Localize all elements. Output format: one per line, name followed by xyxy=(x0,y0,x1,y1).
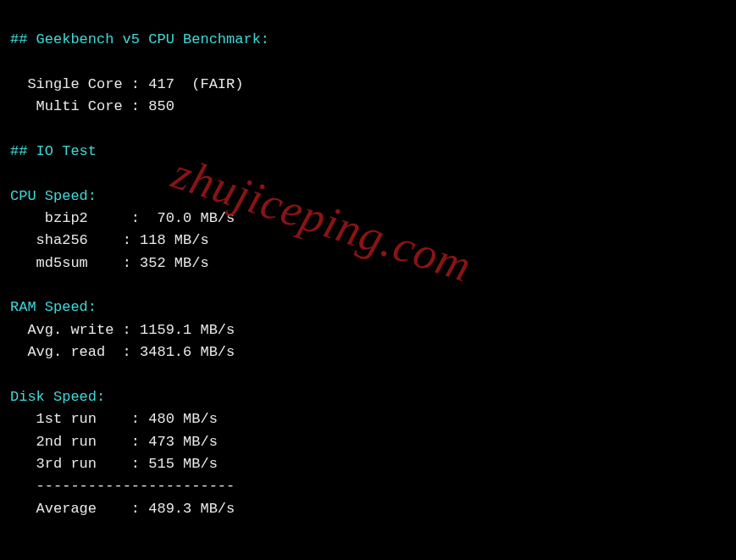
disk-divider: ----------------------- xyxy=(36,478,235,494)
disk-run1-value: 480 MB/s xyxy=(148,411,218,427)
sha256-label: sha256 : xyxy=(36,232,140,248)
md5sum-value: 352 MB/s xyxy=(140,255,209,271)
disk-avg-value: 489.3 MB/s xyxy=(148,501,235,517)
ram-read-label: Avg. read : xyxy=(27,344,140,360)
single-core-value: 417 (FAIR) xyxy=(148,76,243,92)
bzip2-value: 70.0 MB/s xyxy=(157,210,235,226)
sha256-value: 118 MB/s xyxy=(140,232,209,248)
single-core-label: Single Core : xyxy=(27,76,148,92)
multi-core-label: Multi Core : xyxy=(36,98,149,114)
ram-read-value: 3481.6 MB/s xyxy=(140,344,235,360)
disk-avg-label: Average : xyxy=(36,501,149,517)
disk-run2-label: 2nd run : xyxy=(36,434,149,450)
bzip2-label: bzip2 : xyxy=(45,210,158,226)
terminal-output: ## Geekbench v5 CPU Benchmark: Single Co… xyxy=(0,0,736,527)
ram-speed-title: RAM Speed: xyxy=(10,299,97,315)
cpu-speed-title: CPU Speed: xyxy=(10,188,97,204)
multi-core-value: 850 xyxy=(148,98,174,114)
disk-run2-value: 473 MB/s xyxy=(148,434,218,450)
geekbench-header: ## Geekbench v5 CPU Benchmark: xyxy=(10,31,269,47)
iotest-header: ## IO Test xyxy=(10,143,97,159)
md5sum-label: md5sum : xyxy=(36,255,140,271)
disk-run3-label: 3rd run : xyxy=(36,456,149,472)
disk-run1-label: 1st run : xyxy=(36,411,149,427)
ram-write-value: 1159.1 MB/s xyxy=(140,322,235,338)
disk-run3-value: 515 MB/s xyxy=(148,456,218,472)
ram-write-label: Avg. write : xyxy=(27,322,140,338)
disk-speed-title: Disk Speed: xyxy=(10,389,105,405)
